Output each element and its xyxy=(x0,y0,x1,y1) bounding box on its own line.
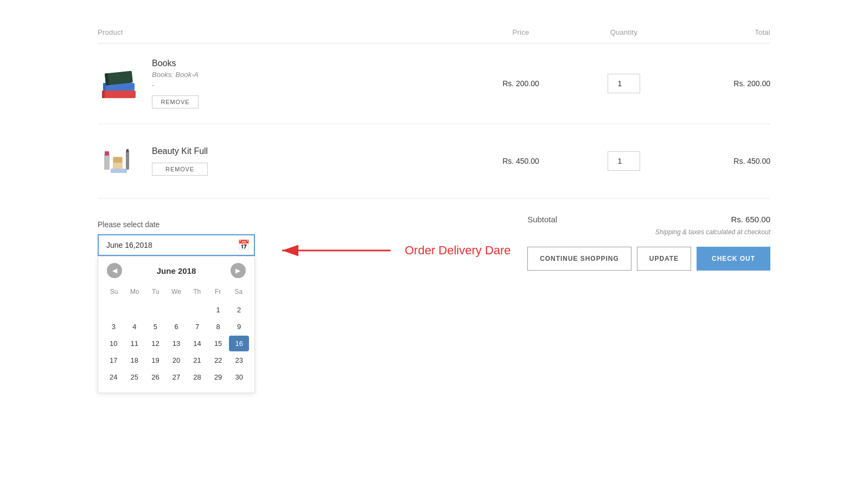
quantity-cell-books[interactable] xyxy=(575,74,673,93)
calendar-day-21[interactable]: 21 xyxy=(187,352,207,368)
calendar-header: ◀ June 2018 ▶ xyxy=(98,256,254,285)
product-dash-books: - xyxy=(152,81,199,89)
calendar-day-names: Su Mo Tu We Th Fr Sa xyxy=(104,285,249,299)
subtotal-row: Subtotal Rs. 650.00 xyxy=(527,215,770,224)
calendar-month-title: June 2018 xyxy=(157,266,196,275)
subtotal-value: Rs. 650.00 xyxy=(731,215,770,224)
svg-rect-6 xyxy=(104,155,110,170)
product-variant-books: Books: Book-A xyxy=(152,70,199,79)
calendar-day-25[interactable]: 25 xyxy=(125,369,145,385)
quantity-input-beauty[interactable] xyxy=(608,151,640,171)
calendar-day-27[interactable]: 27 xyxy=(167,369,187,385)
checkout-button[interactable]: CHECK OUT xyxy=(697,247,770,271)
day-name-fr: Fr xyxy=(207,285,228,299)
calendar-day-19[interactable]: 19 xyxy=(145,352,165,368)
day-name-su: Su xyxy=(104,285,124,299)
calendar-day-3[interactable]: 3 xyxy=(104,319,124,335)
calendar-day-5[interactable]: 5 xyxy=(145,319,165,335)
svg-rect-0 xyxy=(102,91,136,98)
calendar-day-16[interactable]: 16 xyxy=(229,336,249,351)
calendar-empty-cell xyxy=(167,302,187,318)
product-image-books xyxy=(98,62,141,105)
calendar-day-12[interactable]: 12 xyxy=(145,336,165,351)
shipping-note: Shipping & taxes calculated at checkout xyxy=(527,228,770,236)
day-name-we: We xyxy=(166,285,187,299)
calendar-day-4[interactable]: 4 xyxy=(125,319,145,335)
svg-rect-10 xyxy=(126,150,129,170)
books-icon xyxy=(100,65,139,102)
calendar-day-20[interactable]: 20 xyxy=(167,352,187,368)
header-price: Price xyxy=(467,28,575,36)
price-beauty: Rs. 450.00 xyxy=(467,157,575,165)
cart-row-books: Books Books: Book-A - REMOVE Rs. 200.00 … xyxy=(98,43,770,124)
calendar-day-1[interactable]: 1 xyxy=(208,302,228,318)
cart-table-header: Product Price Quantity Total xyxy=(98,22,770,43)
day-name-tu: Tu xyxy=(145,285,166,299)
product-name-beauty: Beauty Kit Full xyxy=(152,146,208,156)
calendar-day-15[interactable]: 15 xyxy=(208,336,228,351)
date-input-field[interactable] xyxy=(98,234,255,256)
date-section: Please select date 📅 ◀ June 2018 ▶ xyxy=(98,204,369,404)
product-cell-books: Books Books: Book-A - REMOVE xyxy=(98,59,467,108)
summary-box: Subtotal Rs. 650.00 Shipping & taxes cal… xyxy=(527,215,770,271)
beauty-kit-icon xyxy=(100,145,139,177)
header-total: Total xyxy=(673,28,770,36)
calendar-day-13[interactable]: 13 xyxy=(167,336,187,351)
summary-section: Subtotal Rs. 650.00 Shipping & taxes cal… xyxy=(369,204,770,281)
date-input-area: 📅 ◀ June 2018 ▶ Su Mo xyxy=(98,234,369,393)
remove-button-books[interactable]: REMOVE xyxy=(152,95,199,108)
date-input-wrapper[interactable]: 📅 xyxy=(98,234,255,256)
date-label: Please select date xyxy=(98,220,369,229)
calendar-day-11[interactable]: 11 xyxy=(125,336,145,351)
price-books: Rs. 200.00 xyxy=(467,79,575,88)
calendar-day-23[interactable]: 23 xyxy=(229,352,249,368)
product-info-beauty: Beauty Kit Full REMOVE xyxy=(152,146,208,176)
svg-rect-11 xyxy=(126,149,129,152)
total-beauty: Rs. 450.00 xyxy=(673,157,770,165)
calendar-day-26[interactable]: 26 xyxy=(145,369,165,385)
product-info-books: Books Books: Book-A - REMOVE xyxy=(152,59,199,108)
svg-rect-4 xyxy=(103,83,106,91)
calendar-prev-button[interactable]: ◀ xyxy=(107,263,122,278)
remove-button-beauty[interactable]: REMOVE xyxy=(152,163,208,176)
header-quantity: Quantity xyxy=(575,28,673,36)
calendar-empty-cell xyxy=(104,302,124,318)
day-name-sa: Sa xyxy=(228,285,249,299)
day-name-mo: Mo xyxy=(124,285,145,299)
calendar-grid: Su Mo Tu We Th Fr Sa 1234567891011121314… xyxy=(98,285,254,393)
calendar-day-2[interactable]: 2 xyxy=(229,302,249,318)
calendar-dropdown: ◀ June 2018 ▶ Su Mo Tu We Th Fr xyxy=(98,256,255,393)
subtotal-label: Subtotal xyxy=(527,215,557,224)
calendar-day-17[interactable]: 17 xyxy=(104,352,124,368)
calendar-day-9[interactable]: 9 xyxy=(229,319,249,335)
calendar-day-24[interactable]: 24 xyxy=(104,369,124,385)
day-name-th: Th xyxy=(187,285,207,299)
calendar-day-7[interactable]: 7 xyxy=(187,319,207,335)
product-cell-beauty: Beauty Kit Full REMOVE xyxy=(98,139,467,183)
update-button[interactable]: UPDATE xyxy=(637,247,691,271)
calendar-day-10[interactable]: 10 xyxy=(104,336,124,351)
svg-rect-9 xyxy=(113,157,122,163)
header-product: Product xyxy=(98,28,467,36)
calendar-empty-cell xyxy=(187,302,207,318)
calendar-day-29[interactable]: 29 xyxy=(208,369,228,385)
product-name-books: Books xyxy=(152,59,199,68)
quantity-cell-beauty[interactable] xyxy=(575,151,673,171)
calendar-day-22[interactable]: 22 xyxy=(208,352,228,368)
calendar-day-8[interactable]: 8 xyxy=(208,319,228,335)
continue-shopping-button[interactable]: CONTINUE SHOPPING xyxy=(527,247,631,271)
calendar-day-30[interactable]: 30 xyxy=(229,369,249,385)
calendar-days-grid: 1234567891011121314151617181920212223242… xyxy=(104,302,249,385)
bottom-section: Please select date 📅 ◀ June 2018 ▶ xyxy=(98,198,770,404)
calendar-empty-cell xyxy=(145,302,165,318)
calendar-day-14[interactable]: 14 xyxy=(187,336,207,351)
svg-rect-12 xyxy=(111,169,127,173)
calendar-day-28[interactable]: 28 xyxy=(187,369,207,385)
product-image-beauty xyxy=(98,139,141,183)
calendar-next-button[interactable]: ▶ xyxy=(231,263,246,278)
quantity-input-books[interactable] xyxy=(608,74,640,93)
svg-rect-5 xyxy=(102,91,105,98)
cart-row-beauty: Beauty Kit Full REMOVE Rs. 450.00 Rs. 45… xyxy=(98,124,770,198)
calendar-day-18[interactable]: 18 xyxy=(125,352,145,368)
calendar-day-6[interactable]: 6 xyxy=(167,319,187,335)
